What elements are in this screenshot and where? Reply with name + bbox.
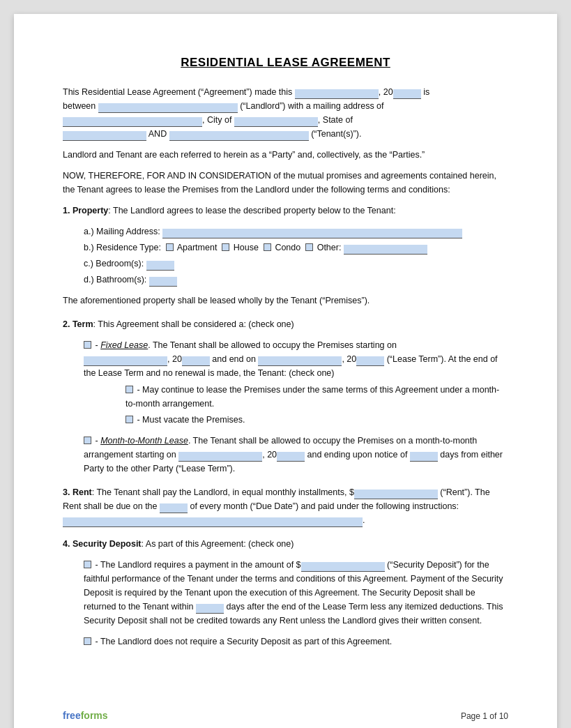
house-checkbox[interactable] bbox=[222, 243, 229, 251]
section1-d: d.) Bathroom(s): bbox=[84, 273, 508, 287]
month-start-year[interactable] bbox=[277, 452, 305, 462]
fixed-start-field[interactable] bbox=[84, 356, 167, 366]
fixed-option1: - May continue to lease the Premises und… bbox=[125, 383, 508, 411]
page-number: Page 1 of 10 bbox=[461, 711, 508, 721]
bedrooms-field[interactable] bbox=[146, 261, 174, 271]
state-field[interactable] bbox=[63, 131, 146, 141]
section4-option2: - The Landlord does not require a Securi… bbox=[84, 635, 508, 649]
section4-text: : As part of this Agreement: (check one) bbox=[142, 539, 294, 549]
payment-instructions-field[interactable] bbox=[63, 517, 363, 527]
section4-block: 4. Security Deposit: As part of this Agr… bbox=[63, 537, 508, 649]
section1-text: : The Landlord agrees to lease the descr… bbox=[108, 206, 395, 215]
section1-d-label: d.) Bathroom(s): bbox=[84, 275, 146, 285]
fixed-dash: - bbox=[95, 340, 100, 350]
year-field[interactable] bbox=[393, 89, 421, 99]
month-text3: and ending upon notice of bbox=[305, 450, 410, 460]
mailing-address-field[interactable] bbox=[162, 229, 462, 238]
section1-b: b.) Residence Type: Apartment House Cond… bbox=[84, 241, 508, 255]
section4-option1: - The Landlord requires a payment in the… bbox=[84, 558, 508, 628]
section1-header: 1. Property bbox=[63, 206, 108, 215]
month-text2: , 20 bbox=[262, 450, 277, 460]
document-page: RESIDENTIAL LEASE AGREEMENT This Residen… bbox=[14, 14, 557, 728]
logo-free: free bbox=[63, 710, 81, 721]
no-deposit-text: - The Landlord does not require a Securi… bbox=[95, 637, 392, 646]
section3-text1: : The Tenant shall pay the Landlord, in … bbox=[92, 487, 354, 497]
apartment-label: Apartment bbox=[177, 243, 218, 252]
fixed-text1: . The Tenant shall be allowed to occupy … bbox=[148, 340, 397, 350]
bathrooms-field[interactable] bbox=[149, 277, 177, 287]
month-dash: - bbox=[95, 436, 100, 446]
section1-block: 1. Property: The Landlord agrees to leas… bbox=[63, 204, 508, 308]
fixed-sub-options: - May continue to lease the Premises und… bbox=[125, 383, 508, 427]
continue-lease-checkbox[interactable] bbox=[125, 386, 133, 393]
return-days-field[interactable] bbox=[196, 604, 224, 614]
landlord-name-field[interactable] bbox=[98, 103, 238, 113]
section1-closing: The aforementioned property shall be lea… bbox=[63, 294, 508, 308]
parties-note: Landlord and Tenant are each referred to… bbox=[63, 148, 508, 162]
fixed-option2: - Must vacate the Premises. bbox=[125, 413, 508, 427]
intro-line1b: , 20 bbox=[379, 87, 393, 97]
fixed-text2: , 20 bbox=[167, 354, 182, 364]
city-field[interactable] bbox=[234, 117, 318, 127]
fixed-lease-block: - Fixed Lease. The Tenant shall be allow… bbox=[84, 338, 508, 427]
section3-header: 3. Rent bbox=[63, 487, 92, 497]
document-title: RESIDENTIAL LEASE AGREEMENT bbox=[63, 56, 508, 70]
security-deposit-checkbox[interactable] bbox=[84, 561, 91, 568]
fixed-lease-label: Fixed Lease bbox=[100, 340, 148, 350]
month-start-field[interactable] bbox=[178, 452, 262, 462]
intro-line2b: (“Landlord”) with a mailing address of bbox=[238, 101, 384, 111]
rent-amount-field[interactable] bbox=[354, 490, 438, 499]
freeforms-logo: freeforms bbox=[63, 710, 108, 721]
house-label: House bbox=[234, 243, 259, 252]
fixed-text4: , 20 bbox=[342, 354, 356, 364]
section2-text: : This Agreement shall be considered a: … bbox=[93, 319, 294, 329]
section1-c: c.) Bedroom(s): bbox=[84, 257, 508, 271]
month-lease-label: Month-to-Month Lease bbox=[100, 436, 188, 446]
tenant-name-field[interactable] bbox=[169, 131, 309, 141]
month-lease-checkbox[interactable] bbox=[84, 437, 91, 444]
section1-a-label: a.) Mailing Address: bbox=[84, 227, 160, 236]
section3-text3-end: . bbox=[363, 515, 365, 525]
fixed-start-year[interactable] bbox=[182, 356, 210, 366]
deposit-amount-field[interactable] bbox=[301, 562, 385, 572]
intro-block: This Residential Lease Agreement (“Agree… bbox=[63, 85, 508, 141]
intro-line1c: is bbox=[421, 87, 430, 97]
notice-days-field[interactable] bbox=[410, 452, 438, 462]
section1-c-label: c.) Bedroom(s): bbox=[84, 259, 144, 268]
intro-line4b: (“Tenant(s)”). bbox=[309, 129, 362, 139]
section1-b-label: b.) Residence Type: bbox=[84, 243, 161, 252]
section4-header: 4. Security Deposit bbox=[63, 539, 142, 549]
section1-items: a.) Mailing Address: b.) Residence Type:… bbox=[84, 225, 508, 287]
logo-forms: forms bbox=[81, 710, 108, 721]
date-field[interactable] bbox=[295, 89, 379, 99]
other-type-field[interactable] bbox=[344, 245, 427, 255]
apartment-checkbox[interactable] bbox=[166, 243, 174, 251]
no-deposit-checkbox[interactable] bbox=[84, 637, 91, 645]
fixed-lease-checkbox[interactable] bbox=[84, 341, 91, 349]
due-date-field[interactable] bbox=[160, 503, 188, 513]
vacate-checkbox[interactable] bbox=[125, 416, 133, 423]
intro-line2a: between bbox=[63, 101, 98, 111]
section3-block: 3. Rent: The Tenant shall pay the Landlo… bbox=[63, 485, 508, 527]
fixed-end-field[interactable] bbox=[258, 356, 342, 366]
section2-header-line: 2. Term: This Agreement shall be conside… bbox=[63, 317, 508, 331]
consideration-block: NOW, THEREFORE, FOR AND IN CONSIDERATION… bbox=[63, 169, 508, 197]
intro-line1a: This Residential Lease Agreement (“Agree… bbox=[63, 87, 295, 97]
intro-line3b: , State of bbox=[318, 115, 353, 125]
fixed-text3: and end on bbox=[210, 354, 259, 364]
section4-header-line: 4. Security Deposit: As part of this Agr… bbox=[63, 537, 508, 551]
footer: freeforms Page 1 of 10 bbox=[63, 710, 508, 721]
fixed-end-year[interactable] bbox=[356, 356, 384, 366]
section3-text3: of every month (“Due Date”) and paid und… bbox=[188, 501, 459, 511]
section2-header: 2. Term bbox=[63, 319, 93, 329]
address-field[interactable] bbox=[63, 117, 202, 127]
condo-label: Condo bbox=[275, 243, 300, 252]
condo-checkbox[interactable] bbox=[264, 243, 271, 251]
section1-a: a.) Mailing Address: bbox=[84, 225, 508, 238]
intro-line4a: AND bbox=[146, 129, 169, 139]
section1-header-line: 1. Property: The Landlord agrees to leas… bbox=[63, 204, 508, 218]
vacate-text: - Must vacate the Premises. bbox=[137, 415, 245, 425]
other-checkbox[interactable] bbox=[305, 243, 313, 251]
month-lease-block: - Month-to-Month Lease. The Tenant shall… bbox=[84, 434, 508, 476]
security-option1-text1: - The Landlord requires a payment in the… bbox=[95, 560, 300, 570]
